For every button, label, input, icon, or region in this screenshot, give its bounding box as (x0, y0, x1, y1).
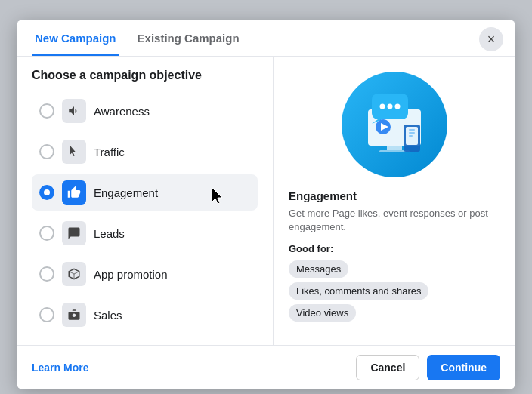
icon-app-promotion (62, 262, 86, 286)
footer-buttons: Cancel Continue (356, 355, 500, 380)
svg-point-6 (388, 104, 393, 109)
chat-icon (67, 226, 81, 240)
label-leads: Leads (94, 227, 125, 240)
option-leads[interactable]: Leads (32, 215, 258, 251)
option-engagement[interactable]: Engagement (32, 174, 258, 211)
briefcase-icon (67, 308, 81, 322)
modal-tabs: New Campaign Existing Campaign (32, 32, 500, 56)
icon-leads (62, 221, 86, 245)
radio-engagement (39, 185, 54, 200)
option-awareness[interactable]: Awareness (32, 93, 258, 129)
icon-traffic (62, 140, 86, 164)
close-button[interactable]: × (479, 27, 503, 51)
svg-point-5 (380, 104, 385, 109)
radio-leads (39, 226, 54, 241)
megaphone-icon (67, 104, 81, 118)
modal-header: New Campaign Existing Campaign × (17, 20, 515, 57)
radio-traffic (39, 144, 54, 159)
illustration-svg (349, 83, 440, 166)
tag-likes: Likes, comments and shares (289, 282, 428, 300)
cancel-button[interactable]: Cancel (356, 355, 419, 380)
radio-awareness (39, 103, 54, 119)
modal-left-panel: Choose a campaign objective Awareness (17, 57, 274, 345)
learn-more-link[interactable]: Learn More (32, 362, 88, 374)
radio-sales (39, 307, 54, 322)
label-engagement: Engagement (94, 186, 158, 199)
svg-rect-12 (409, 135, 413, 137)
tag-messages: Messages (289, 260, 348, 278)
icon-engagement (62, 180, 86, 205)
good-for-label: Good for: (289, 243, 500, 254)
modal-footer: Learn More Cancel Continue (17, 345, 515, 389)
right-panel-description: Get more Page likes, event responses or … (289, 207, 500, 234)
modal-right-panel: Engagement Get more Page likes, event re… (274, 57, 515, 345)
label-awareness: Awareness (94, 105, 150, 118)
tab-new-campaign[interactable]: New Campaign (32, 32, 119, 56)
option-sales[interactable]: Sales (32, 297, 258, 333)
svg-rect-10 (409, 129, 415, 131)
engagement-illustration (334, 72, 455, 177)
option-app-promotion[interactable]: App promotion (32, 256, 258, 292)
modal-body: Choose a campaign objective Awareness (17, 57, 515, 345)
section-title: Choose a campaign objective (32, 69, 258, 82)
svg-point-7 (395, 104, 401, 109)
tab-existing-campaign[interactable]: Existing Campaign (135, 32, 243, 56)
label-traffic: Traffic (94, 146, 125, 159)
cursor-icon (67, 145, 81, 159)
right-panel-title: Engagement (289, 189, 500, 202)
label-sales: Sales (94, 309, 122, 322)
radio-app-promotion (39, 266, 54, 282)
thumbs-up-icon (67, 186, 81, 199)
svg-rect-1 (387, 146, 402, 150)
icon-awareness (62, 99, 86, 123)
good-for-tags: Messages Likes, comments and shares Vide… (289, 260, 500, 322)
illustration-circle (342, 72, 447, 177)
box-icon (67, 267, 81, 281)
continue-button[interactable]: Continue (427, 355, 500, 380)
icon-sales (62, 303, 86, 327)
option-list: Awareness Traffic (32, 93, 258, 333)
svg-rect-11 (409, 132, 415, 134)
label-app-promotion: App promotion (94, 268, 168, 281)
tag-video-views: Video views (289, 304, 356, 322)
option-traffic[interactable]: Traffic (32, 134, 258, 170)
campaign-modal: New Campaign Existing Campaign × Choose … (17, 20, 515, 389)
